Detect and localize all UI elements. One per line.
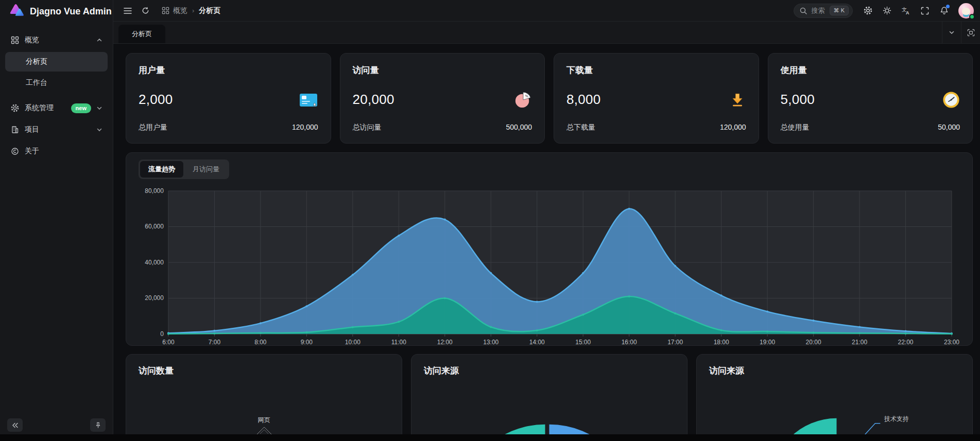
svg-text:6:00: 6:00 (162, 339, 175, 346)
fullscreen-icon (921, 7, 929, 15)
sidebar-group-overview[interactable]: 概览 (5, 30, 108, 50)
svg-text:21:00: 21:00 (852, 339, 867, 346)
translate-icon: 文 A (901, 6, 910, 15)
app-title: Djagno Vue Admin (30, 6, 112, 17)
sidebar-item-label: 项目 (25, 125, 39, 134)
card-icon (299, 92, 318, 108)
svg-text:0: 0 (160, 330, 164, 338)
online-status-dot (969, 14, 975, 20)
stat-footer-value: 50,000 (938, 123, 960, 132)
visit-source-pie-chart-2[interactable] (697, 355, 972, 441)
chevron-down-icon (96, 105, 102, 111)
notification-dot (946, 5, 950, 8)
pin-sidebar-button[interactable] (90, 418, 106, 432)
clock-icon (942, 91, 960, 109)
stat-title: 下载量 (566, 64, 746, 76)
bottom-cards-row: 访问数量 网页 访问来源 访问来源 (126, 354, 973, 441)
sidebar-item-system[interactable]: 系统管理 new (5, 98, 108, 118)
dashboard-grid-icon (10, 36, 20, 44)
stat-value: 2,000 (139, 92, 173, 108)
sidebar-item-about[interactable]: 关于 (5, 141, 108, 162)
user-menu-button[interactable] (958, 3, 974, 19)
download-icon (729, 91, 746, 109)
svg-text:8:00: 8:00 (254, 339, 267, 346)
logo-row[interactable]: Djagno Vue Admin (0, 0, 113, 23)
gear-icon (10, 104, 20, 112)
new-badge: new (71, 103, 91, 113)
chevron-up-icon (96, 37, 102, 43)
sidebar-footer (0, 418, 113, 432)
svg-text:12:00: 12:00 (437, 339, 453, 346)
svg-text:80,000: 80,000 (145, 187, 164, 195)
search-input[interactable]: 搜索 ⌘ K (794, 4, 853, 18)
main-area: 概览 › 分析页 搜索 ⌘ K (113, 0, 980, 441)
theme-toggle-button[interactable] (879, 3, 895, 19)
language-button[interactable]: 文 A (898, 3, 914, 19)
settings-button[interactable] (859, 3, 876, 19)
notifications-button[interactable] (936, 3, 952, 19)
svg-text:60,000: 60,000 (145, 223, 164, 230)
collapse-sidebar-button[interactable] (7, 418, 23, 432)
card-title: 访问数量 (139, 365, 389, 377)
tab-dropdown-button[interactable] (942, 22, 961, 43)
breadcrumb-separator: › (192, 7, 194, 14)
tab-controls (942, 22, 980, 43)
building-icon (10, 126, 20, 134)
visit-source-pie-chart[interactable] (411, 355, 687, 441)
fullscreen-button[interactable] (917, 3, 933, 19)
svg-text:40,000: 40,000 (145, 259, 164, 266)
tab-traffic-trend[interactable]: 流量趋势 (140, 161, 183, 178)
tab-label: 分析页 (132, 29, 152, 39)
sidebar-item-analysis[interactable]: 分析页 (5, 52, 108, 72)
svg-text:A: A (906, 10, 909, 15)
svg-text:14:00: 14:00 (529, 339, 545, 346)
visit-source-card-2: 访问来源 技术支持 (696, 354, 973, 441)
sidebar-item-label: 工作台 (26, 78, 47, 87)
svg-text:18:00: 18:00 (714, 339, 729, 346)
tab-analysis[interactable]: 分析页 (118, 25, 165, 43)
breadcrumb: 概览 › 分析页 (162, 6, 220, 15)
svg-text:15:00: 15:00 (575, 339, 591, 346)
stat-value: 20,000 (353, 92, 394, 108)
refresh-button[interactable] (137, 3, 153, 19)
maximize-icon (967, 29, 975, 37)
stat-card-usage: 使用量 5,000 总使用量 50,000 (768, 53, 973, 144)
chevron-down-icon (949, 29, 955, 36)
gear-icon (864, 6, 872, 15)
visit-count-card: 访问数量 网页 (126, 354, 402, 441)
search-icon (800, 7, 807, 14)
search-shortcut-badge: ⌘ K (830, 6, 849, 15)
sidebar-item-label: 分析页 (26, 57, 47, 66)
menu-toggle-button[interactable] (119, 3, 136, 19)
sidebar-item-label: 系统管理 (25, 103, 54, 113)
stat-footer-value: 120,000 (292, 123, 318, 132)
svg-text:7:00: 7:00 (209, 339, 221, 346)
bottom-strip (0, 434, 980, 441)
traffic-trend-chart[interactable]: 020,00040,00060,00080,0006:007:008:009:0… (139, 177, 960, 346)
top-header: 概览 › 分析页 搜索 ⌘ K (113, 0, 980, 22)
header-actions: 搜索 ⌘ K 文 A (794, 3, 974, 19)
svg-text:19:00: 19:00 (760, 339, 775, 346)
svg-text:13:00: 13:00 (483, 339, 498, 346)
breadcrumb-current: 分析页 (199, 6, 220, 15)
stat-card-users: 用户量 2,000 总用户量 120,000 (126, 53, 331, 144)
stat-footer-value: 120,000 (720, 123, 746, 132)
stat-footer-value: 500,000 (506, 123, 532, 132)
breadcrumb-root[interactable]: 概览 (162, 6, 187, 15)
maximize-content-button[interactable] (961, 22, 980, 43)
svg-text:20:00: 20:00 (806, 339, 821, 346)
app-logo-icon (8, 3, 25, 20)
stat-title: 用户量 (139, 64, 318, 76)
traffic-trend-card: 流量趋势 月访问量 020,00040,00060,00080,0006:007… (126, 152, 973, 346)
copyright-icon (10, 147, 20, 155)
svg-text:16:00: 16:00 (622, 339, 637, 346)
sidebar-item-workbench[interactable]: 工作台 (5, 73, 108, 93)
radar-axis-label: 网页 (126, 416, 402, 425)
tab-monthly-visits[interactable]: 月访问量 (184, 161, 228, 178)
svg-text:11:00: 11:00 (391, 339, 406, 346)
sidebar-item-project[interactable]: 项目 (5, 119, 108, 140)
page-content: 用户量 2,000 总用户量 120,000 访 (113, 44, 980, 441)
chevron-down-icon (96, 127, 102, 133)
pie-slice-label: 技术支持 (884, 415, 909, 424)
stat-title: 访问量 (353, 64, 532, 76)
